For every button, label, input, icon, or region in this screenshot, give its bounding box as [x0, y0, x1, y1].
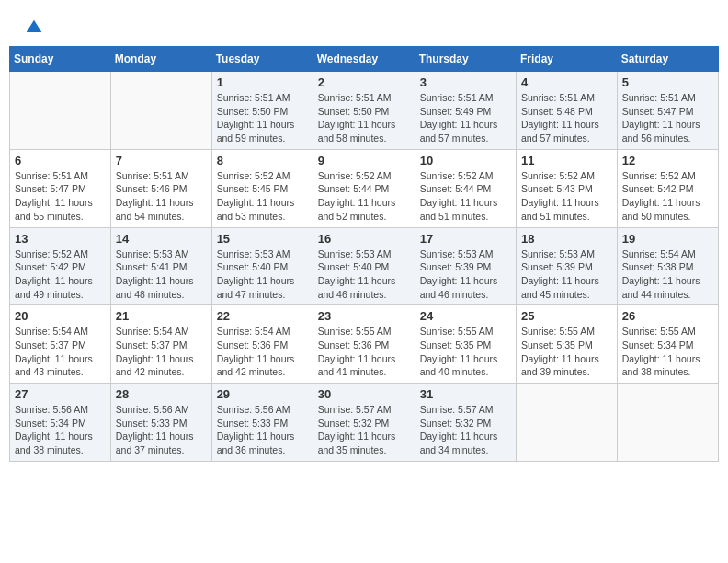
calendar-day-cell: 23Sunrise: 5:55 AM Sunset: 5:36 PM Dayli…: [313, 305, 415, 384]
day-number: 19: [622, 232, 713, 246]
calendar-day-cell: 28Sunrise: 5:56 AM Sunset: 5:33 PM Dayli…: [110, 384, 211, 462]
day-info: Sunrise: 5:52 AM Sunset: 5:45 PM Dayligh…: [217, 169, 308, 224]
day-number: 18: [521, 232, 612, 246]
weekday-header: Monday: [110, 47, 211, 72]
day-info: Sunrise: 5:51 AM Sunset: 5:49 PM Dayligh…: [420, 91, 511, 145]
calendar-day-cell: 19Sunrise: 5:54 AM Sunset: 5:38 PM Dayli…: [617, 227, 718, 305]
day-number: 8: [217, 154, 308, 167]
calendar-day-cell: 12Sunrise: 5:52 AM Sunset: 5:42 PM Dayli…: [617, 149, 718, 227]
day-number: 16: [318, 232, 410, 246]
calendar-day-cell: [10, 72, 111, 150]
calendar-day-cell: 7Sunrise: 5:51 AM Sunset: 5:46 PM Daylig…: [110, 149, 211, 227]
day-number: 14: [116, 232, 207, 246]
day-info: Sunrise: 5:52 AM Sunset: 5:44 PM Dayligh…: [318, 169, 410, 224]
calendar-day-cell: 5Sunrise: 5:51 AM Sunset: 5:47 PM Daylig…: [617, 72, 718, 150]
day-info: Sunrise: 5:53 AM Sunset: 5:40 PM Dayligh…: [318, 247, 410, 302]
day-number: 3: [420, 75, 511, 89]
calendar-day-cell: 3Sunrise: 5:51 AM Sunset: 5:49 PM Daylig…: [415, 72, 516, 150]
calendar-day-cell: 10Sunrise: 5:52 AM Sunset: 5:44 PM Dayli…: [415, 149, 516, 227]
calendar-day-cell: 17Sunrise: 5:53 AM Sunset: 5:39 PM Dayli…: [415, 227, 516, 305]
calendar-day-cell: 8Sunrise: 5:52 AM Sunset: 5:45 PM Daylig…: [211, 149, 313, 227]
weekday-header: Friday: [517, 47, 618, 72]
weekday-header: Tuesday: [211, 47, 313, 72]
calendar-day-cell: [110, 72, 211, 150]
calendar-day-cell: 22Sunrise: 5:54 AM Sunset: 5:36 PM Dayli…: [211, 305, 313, 384]
day-number: 30: [318, 387, 410, 401]
calendar-table: SundayMondayTuesdayWednesdayThursdayFrid…: [9, 46, 719, 462]
day-number: 4: [521, 75, 612, 89]
calendar-day-cell: 4Sunrise: 5:51 AM Sunset: 5:48 PM Daylig…: [517, 72, 618, 150]
svg-marker-0: [27, 20, 42, 32]
day-number: 26: [622, 309, 713, 323]
calendar-header-row: SundayMondayTuesdayWednesdayThursdayFrid…: [10, 47, 719, 72]
day-info: Sunrise: 5:52 AM Sunset: 5:44 PM Dayligh…: [420, 169, 511, 224]
day-info: Sunrise: 5:54 AM Sunset: 5:36 PM Dayligh…: [217, 325, 308, 379]
day-info: Sunrise: 5:54 AM Sunset: 5:37 PM Dayligh…: [15, 325, 106, 379]
calendar-day-cell: 24Sunrise: 5:55 AM Sunset: 5:35 PM Dayli…: [415, 305, 516, 384]
calendar-day-cell: 2Sunrise: 5:51 AM Sunset: 5:50 PM Daylig…: [313, 72, 415, 150]
day-info: Sunrise: 5:51 AM Sunset: 5:47 PM Dayligh…: [15, 169, 106, 224]
calendar-day-cell: 9Sunrise: 5:52 AM Sunset: 5:44 PM Daylig…: [313, 149, 415, 227]
day-number: 25: [521, 309, 612, 323]
day-number: 17: [420, 232, 511, 246]
day-info: Sunrise: 5:53 AM Sunset: 5:40 PM Dayligh…: [217, 247, 308, 302]
weekday-header: Wednesday: [313, 47, 415, 72]
weekday-header: Sunday: [10, 47, 111, 72]
day-number: 24: [420, 309, 511, 323]
calendar-day-cell: 13Sunrise: 5:52 AM Sunset: 5:42 PM Dayli…: [10, 227, 111, 305]
day-info: Sunrise: 5:57 AM Sunset: 5:32 PM Dayligh…: [318, 403, 410, 457]
calendar-day-cell: 11Sunrise: 5:52 AM Sunset: 5:43 PM Dayli…: [517, 149, 618, 227]
day-info: Sunrise: 5:52 AM Sunset: 5:43 PM Dayligh…: [521, 169, 612, 224]
day-info: Sunrise: 5:51 AM Sunset: 5:50 PM Dayligh…: [318, 91, 410, 145]
day-info: Sunrise: 5:55 AM Sunset: 5:36 PM Dayligh…: [318, 325, 410, 379]
calendar-day-cell: 27Sunrise: 5:56 AM Sunset: 5:34 PM Dayli…: [10, 384, 111, 462]
calendar-day-cell: 18Sunrise: 5:53 AM Sunset: 5:39 PM Dayli…: [517, 227, 618, 305]
calendar-week-row: 13Sunrise: 5:52 AM Sunset: 5:42 PM Dayli…: [10, 227, 719, 305]
day-info: Sunrise: 5:51 AM Sunset: 5:47 PM Dayligh…: [622, 91, 713, 145]
day-number: 11: [521, 154, 612, 167]
day-info: Sunrise: 5:53 AM Sunset: 5:41 PM Dayligh…: [116, 247, 207, 302]
day-info: Sunrise: 5:51 AM Sunset: 5:48 PM Dayligh…: [521, 91, 612, 145]
day-number: 22: [217, 309, 308, 323]
calendar-week-row: 20Sunrise: 5:54 AM Sunset: 5:37 PM Dayli…: [10, 305, 719, 384]
logo: [23, 18, 45, 37]
logo-icon: [25, 18, 43, 37]
day-number: 29: [217, 387, 308, 401]
day-number: 20: [15, 309, 106, 323]
day-number: 13: [15, 232, 106, 246]
day-info: Sunrise: 5:57 AM Sunset: 5:32 PM Dayligh…: [420, 403, 511, 457]
page-header: [9, 9, 719, 41]
day-info: Sunrise: 5:56 AM Sunset: 5:34 PM Dayligh…: [15, 403, 106, 457]
calendar-day-cell: 14Sunrise: 5:53 AM Sunset: 5:41 PM Dayli…: [110, 227, 211, 305]
calendar-day-cell: 1Sunrise: 5:51 AM Sunset: 5:50 PM Daylig…: [211, 72, 313, 150]
calendar-day-cell: 30Sunrise: 5:57 AM Sunset: 5:32 PM Dayli…: [313, 384, 415, 462]
day-number: 27: [15, 387, 106, 401]
calendar-day-cell: 31Sunrise: 5:57 AM Sunset: 5:32 PM Dayli…: [415, 384, 516, 462]
day-number: 23: [318, 309, 410, 323]
calendar-day-cell: 6Sunrise: 5:51 AM Sunset: 5:47 PM Daylig…: [10, 149, 111, 227]
day-info: Sunrise: 5:55 AM Sunset: 5:35 PM Dayligh…: [420, 325, 511, 379]
day-info: Sunrise: 5:51 AM Sunset: 5:50 PM Dayligh…: [217, 91, 308, 145]
day-info: Sunrise: 5:56 AM Sunset: 5:33 PM Dayligh…: [116, 403, 207, 457]
calendar-day-cell: 21Sunrise: 5:54 AM Sunset: 5:37 PM Dayli…: [110, 305, 211, 384]
day-number: 2: [318, 75, 410, 89]
day-info: Sunrise: 5:54 AM Sunset: 5:37 PM Dayligh…: [116, 325, 207, 379]
day-info: Sunrise: 5:55 AM Sunset: 5:34 PM Dayligh…: [622, 325, 713, 379]
day-number: 1: [217, 75, 308, 89]
day-number: 15: [217, 232, 308, 246]
day-info: Sunrise: 5:51 AM Sunset: 5:46 PM Dayligh…: [116, 169, 207, 224]
day-number: 7: [116, 154, 207, 167]
calendar-day-cell: 29Sunrise: 5:56 AM Sunset: 5:33 PM Dayli…: [211, 384, 313, 462]
weekday-header: Saturday: [617, 47, 718, 72]
day-info: Sunrise: 5:52 AM Sunset: 5:42 PM Dayligh…: [622, 169, 713, 224]
day-info: Sunrise: 5:55 AM Sunset: 5:35 PM Dayligh…: [521, 325, 612, 379]
day-number: 6: [15, 154, 106, 167]
calendar-day-cell: 15Sunrise: 5:53 AM Sunset: 5:40 PM Dayli…: [211, 227, 313, 305]
day-info: Sunrise: 5:54 AM Sunset: 5:38 PM Dayligh…: [622, 247, 713, 302]
day-number: 28: [116, 387, 207, 401]
calendar-day-cell: 26Sunrise: 5:55 AM Sunset: 5:34 PM Dayli…: [617, 305, 718, 384]
calendar-week-row: 27Sunrise: 5:56 AM Sunset: 5:34 PM Dayli…: [10, 384, 719, 462]
day-number: 10: [420, 154, 511, 167]
day-number: 31: [420, 387, 511, 401]
weekday-header: Thursday: [415, 47, 516, 72]
